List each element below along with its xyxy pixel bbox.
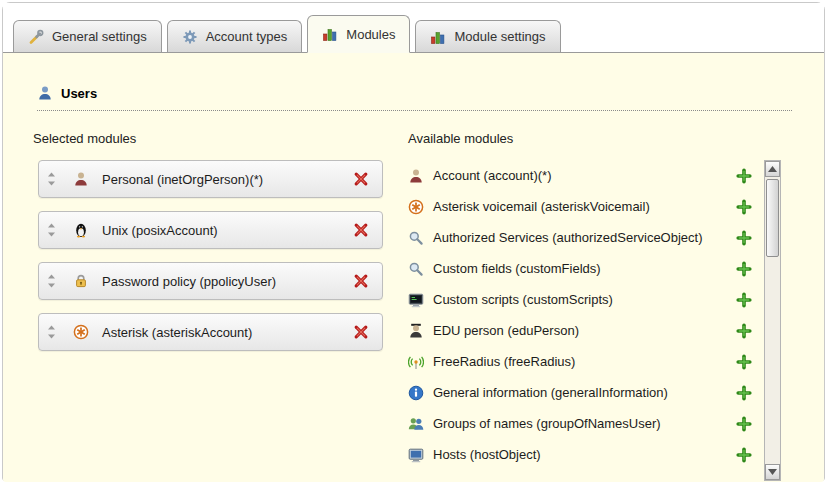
available-module-row: Asterisk voicemail (asteriskVoicemail) <box>408 191 758 222</box>
wrench-icon <box>28 29 44 45</box>
module-label: Account (account)(*) <box>433 168 552 183</box>
remove-module-button[interactable] <box>353 273 369 289</box>
scrollbar-thumb[interactable] <box>766 179 779 257</box>
available-module-row: Hosts (hostObject) <box>408 439 758 470</box>
content-area: Users Selected modules Personal (inetOrg… <box>3 52 824 482</box>
selected-modules-column: Selected modules Personal (inetOrgPerson… <box>33 131 385 470</box>
add-module-button[interactable] <box>736 354 752 370</box>
chart-icon <box>322 26 338 42</box>
asterisk-icon <box>73 324 89 340</box>
module-label: Unix (posixAccount) <box>102 223 218 238</box>
radius-icon <box>408 354 424 370</box>
selected-module-row: Asterisk (asteriskAccount) <box>38 313 383 351</box>
module-label: Authorized Services (authorizedServiceOb… <box>433 230 703 245</box>
scroll-down-button[interactable] <box>765 464 780 480</box>
available-module-row: Authorized Services (authorizedServiceOb… <box>408 222 758 253</box>
tab-module-settings[interactable]: Module settings <box>415 20 560 52</box>
users-section-title: Users <box>61 86 97 101</box>
add-module-button[interactable] <box>736 323 752 339</box>
available-module-row: Groups of names (groupOfNamesUser) <box>408 408 758 439</box>
module-label: Asterisk voicemail (asteriskVoicemail) <box>433 199 650 214</box>
remove-module-button[interactable] <box>353 222 369 238</box>
add-module-button[interactable] <box>736 416 752 432</box>
users-section-header: Users <box>37 85 792 111</box>
modules-columns: Selected modules Personal (inetOrgPerson… <box>33 131 794 470</box>
available-module-row: Custom scripts (customScripts) <box>408 284 758 315</box>
person-icon <box>408 168 424 184</box>
module-label: Password policy (ppolicyUser) <box>102 274 276 289</box>
tab-general-settings[interactable]: General settings <box>13 20 162 52</box>
module-label: Custom fields (customFields) <box>433 261 601 276</box>
available-module-row: Custom fields (customFields) <box>408 253 758 284</box>
module-label: FreeRadius (freeRadius) <box>433 354 575 369</box>
tab-label: Modules <box>346 27 395 42</box>
drag-handle-icon[interactable] <box>47 274 56 288</box>
add-module-button[interactable] <box>736 261 752 277</box>
drag-handle-icon[interactable] <box>47 223 56 237</box>
penguin-icon <box>73 222 89 238</box>
available-modules-heading: Available modules <box>408 131 781 146</box>
screen-icon <box>408 292 424 308</box>
lock-icon <box>73 273 89 289</box>
tab-account-types[interactable]: Account types <box>167 20 303 52</box>
group-icon <box>408 416 424 432</box>
selected-module-row: Unix (posixAccount) <box>38 211 383 249</box>
magnifier-icon <box>408 230 424 246</box>
scroll-up-button[interactable] <box>765 161 780 177</box>
available-modules-column: Available modules Account (account)(*)As… <box>408 131 781 470</box>
add-module-button[interactable] <box>736 385 752 401</box>
add-module-button[interactable] <box>736 230 752 246</box>
gear-icon <box>182 29 198 45</box>
module-label: Asterisk (asteriskAccount) <box>102 325 252 340</box>
selected-modules-list: Personal (inetOrgPerson)(*)Unix (posixAc… <box>33 160 385 351</box>
tab-label: Module settings <box>454 29 545 44</box>
drag-handle-icon[interactable] <box>47 172 56 186</box>
tab-label: Account types <box>206 29 288 44</box>
add-module-button[interactable] <box>736 168 752 184</box>
chart-icon <box>430 29 446 45</box>
users-icon <box>37 85 53 101</box>
module-label: EDU person (eduPerson) <box>433 323 579 338</box>
add-module-button[interactable] <box>736 292 752 308</box>
available-modules-list: Account (account)(*)Asterisk voicemail (… <box>408 160 781 470</box>
module-label: General information (generalInformation) <box>433 385 668 400</box>
remove-module-button[interactable] <box>353 324 369 340</box>
asterisk-icon <box>408 199 424 215</box>
tab-bar: General settingsAccount typesModulesModu… <box>3 3 824 52</box>
module-label: Personal (inetOrgPerson)(*) <box>102 172 263 187</box>
host-icon <box>408 447 424 463</box>
selected-module-row: Personal (inetOrgPerson)(*) <box>38 160 383 198</box>
available-module-row: Account (account)(*) <box>408 160 758 191</box>
add-module-button[interactable] <box>736 447 752 463</box>
available-modules-scrollbar[interactable] <box>764 160 781 481</box>
available-module-row: FreeRadius (freeRadius) <box>408 346 758 377</box>
remove-module-button[interactable] <box>353 171 369 187</box>
module-label: Hosts (hostObject) <box>433 447 541 462</box>
config-panel: General settingsAccount typesModulesModu… <box>2 2 825 481</box>
available-module-row: General information (generalInformation) <box>408 377 758 408</box>
module-label: Custom scripts (customScripts) <box>433 292 613 307</box>
person-icon <box>73 171 89 187</box>
add-module-button[interactable] <box>736 199 752 215</box>
drag-handle-icon[interactable] <box>47 325 56 339</box>
edu-person-icon <box>408 323 424 339</box>
module-label: Groups of names (groupOfNamesUser) <box>433 416 661 431</box>
info-icon <box>408 385 424 401</box>
tab-modules[interactable]: Modules <box>307 15 410 53</box>
selected-module-row: Password policy (ppolicyUser) <box>38 262 383 300</box>
available-module-row: EDU person (eduPerson) <box>408 315 758 346</box>
selected-modules-heading: Selected modules <box>33 131 385 146</box>
tab-label: General settings <box>52 29 147 44</box>
magnifier-icon <box>408 261 424 277</box>
